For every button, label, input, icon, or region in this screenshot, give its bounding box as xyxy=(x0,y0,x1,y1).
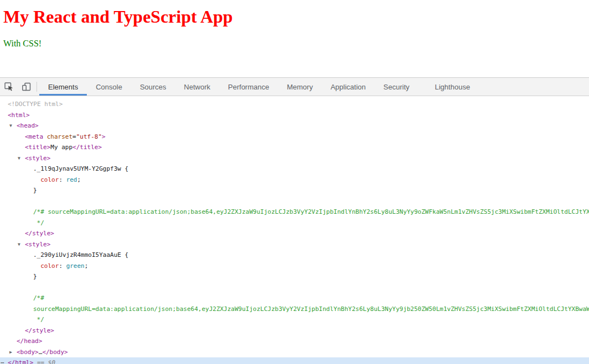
css-declaration-line-segment-cssval: green xyxy=(66,262,85,270)
css-close-brace-line-segment-txt: } xyxy=(33,187,37,194)
rendered-page: My React and TypeScript App With CSS! xyxy=(0,0,589,77)
body-collapsed-node-segment-tag: </body> xyxy=(42,349,67,356)
html-close-tag-selected-segment-tag: </html> xyxy=(8,359,33,364)
comment-close-line-segment-comment: */ xyxy=(33,219,44,226)
tab-console[interactable]: Console xyxy=(87,78,131,96)
html-open-tag-segment-tag: <html> xyxy=(8,112,30,119)
html-close-tag-selected-segment-dots: ⋯ xyxy=(1,357,4,364)
expanded-arrow-icon[interactable]: ▼ xyxy=(9,120,12,131)
title-node[interactable]: <title>My app</title> xyxy=(0,142,589,153)
page-subtitle: With CSS! xyxy=(3,39,589,49)
style-close-tag-2[interactable]: </style> xyxy=(0,325,589,336)
doctype-node[interactable]: <!DOCTYPE html> xyxy=(0,99,589,110)
html-close-tag-selected-segment-eq: == xyxy=(33,359,48,364)
css-declaration-line-segment-txt: ; xyxy=(77,176,81,183)
head-close-tag-segment-tag: </head> xyxy=(17,337,42,345)
head-open-tag-segment-tag: <head> xyxy=(17,122,39,129)
style-close-tag-1[interactable]: </style> xyxy=(0,228,589,239)
inspect-icon[interactable] xyxy=(0,78,18,96)
css-declaration-line-segment-cssval: red xyxy=(66,176,77,183)
comment-close-line-segment-comment: */ xyxy=(33,316,44,323)
tab-performance[interactable]: Performance xyxy=(219,78,278,96)
page-title: My React and TypeScript App xyxy=(3,7,589,27)
devtools-panel: ElementsConsoleSourcesNetworkPerformance… xyxy=(0,77,589,364)
elements-tree: <!DOCTYPE html><html>▼<head><meta charse… xyxy=(0,96,589,364)
css-declaration-line-segment-prop: color xyxy=(40,176,59,183)
style-close-tag-1-segment-tag: </style> xyxy=(25,230,54,237)
sourcemap-comment-line-segment-comment: sourceMappingURL=data:application/json;b… xyxy=(33,305,589,313)
css-selector-line[interactable]: ._1l9qJynav5UYM-Y2Ggpf3w { xyxy=(0,163,589,175)
css-close-brace-line[interactable]: } xyxy=(0,185,589,196)
devtools-tab-bar: ElementsConsoleSourcesNetworkPerformance… xyxy=(39,78,479,96)
body-collapsed-node[interactable]: ▶<body>…</body> xyxy=(0,347,589,358)
style-open-tag-2-segment-tag: <style> xyxy=(25,241,50,248)
css-declaration-line-segment-txt xyxy=(33,262,40,270)
head-close-tag[interactable]: </head> xyxy=(0,336,589,347)
tab-sources[interactable]: Sources xyxy=(131,78,175,96)
css-selector-line-segment-txt: ._1l9qJynav5UYM-Y2Ggpf3w { xyxy=(33,165,128,172)
tab-lighthouse[interactable]: Lighthouse xyxy=(426,78,479,96)
comment-open-line-segment-comment: /*# xyxy=(33,294,44,302)
meta-charset-node-segment-val: "utf-8" xyxy=(76,133,102,140)
meta-charset-node-segment-attr: charset xyxy=(47,133,72,140)
style-open-tag-1[interactable]: ▼<style> xyxy=(0,153,589,164)
comment-close-line[interactable]: */ xyxy=(0,218,589,229)
tab-application[interactable]: Application xyxy=(322,78,375,96)
css-declaration-line-segment-prop: color xyxy=(40,262,59,270)
css-close-brace-line-segment-txt: } xyxy=(33,273,37,280)
tab-security[interactable]: Security xyxy=(374,78,418,96)
html-close-tag-selected[interactable]: ⋯</html> == $0 xyxy=(0,357,589,364)
css-selector-line[interactable]: ._290yiUvjzR4mmoI5YaaAuE { xyxy=(0,250,589,261)
title-node-segment-tag: </title> xyxy=(72,144,102,151)
meta-charset-node-segment-tag: <meta xyxy=(25,133,47,140)
meta-charset-node[interactable]: <meta charset="utf-8"> xyxy=(0,131,589,143)
comment-close-line[interactable]: */ xyxy=(0,314,589,325)
style-open-tag-2[interactable]: ▼<style> xyxy=(0,239,589,250)
title-node-segment-txt: My app xyxy=(50,144,72,151)
expanded-arrow-icon[interactable]: ▼ xyxy=(18,239,20,250)
css-declaration-line-segment-txt xyxy=(33,176,40,183)
css-declaration-line[interactable]: color: red; xyxy=(0,175,589,186)
doctype-node-segment-doctype: <!DOCTYPE html> xyxy=(8,101,62,108)
collapsed-arrow-icon[interactable]: ▶ xyxy=(9,347,12,358)
css-declaration-line-segment-txt: : xyxy=(59,176,66,183)
sourcemap-comment-line[interactable]: /*# sourceMappingURL=data:application/js… xyxy=(0,207,589,218)
style-close-tag-2-segment-tag: </style> xyxy=(25,327,54,334)
tab-memory[interactable]: Memory xyxy=(278,78,322,96)
expanded-arrow-icon[interactable]: ▼ xyxy=(18,153,20,164)
css-declaration-line-segment-txt: : xyxy=(59,262,66,270)
html-close-tag-selected-segment-dollar: $0 xyxy=(48,359,55,364)
body-collapsed-node-segment-tag: <body> xyxy=(17,349,39,356)
sourcemap-comment-line[interactable]: sourceMappingURL=data:application/json;b… xyxy=(0,304,589,315)
sourcemap-comment-line-segment-comment: /*# sourceMappingURL=data:application/js… xyxy=(33,208,589,215)
tab-elements[interactable]: Elements xyxy=(39,78,87,96)
head-open-tag[interactable]: ▼<head> xyxy=(0,120,589,131)
comment-open-line[interactable]: /*# xyxy=(0,293,589,304)
blank-line[interactable] xyxy=(0,196,589,207)
css-selector-line-segment-txt: ._290yiUvjzR4mmoI5YaaAuE { xyxy=(33,251,128,259)
blank-line[interactable] xyxy=(0,282,589,293)
devtools-toolbar: ElementsConsoleSourcesNetworkPerformance… xyxy=(0,78,589,96)
meta-charset-node-segment-txt: = xyxy=(72,133,76,140)
meta-charset-node-segment-tag: > xyxy=(102,133,106,140)
title-node-segment-tag: <title> xyxy=(25,144,50,151)
style-open-tag-1-segment-tag: <style> xyxy=(25,155,50,162)
css-close-brace-line[interactable]: } xyxy=(0,271,589,282)
css-declaration-line[interactable]: color: green; xyxy=(0,261,589,272)
css-declaration-line-segment-txt: ; xyxy=(85,262,88,270)
html-open-tag[interactable]: <html> xyxy=(0,110,589,121)
toolbar-divider xyxy=(37,82,37,92)
device-toolbar-icon[interactable] xyxy=(18,78,35,96)
tab-network[interactable]: Network xyxy=(175,78,220,96)
